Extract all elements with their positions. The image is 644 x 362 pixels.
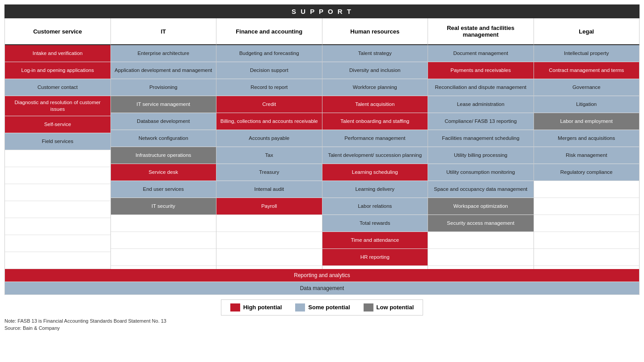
cell-3-5: Performance management (322, 130, 428, 147)
col-header-finance: Finance and accounting (216, 18, 322, 45)
cell-empty-0-12 (5, 252, 110, 269)
cell-empty-0-7 (5, 167, 110, 184)
cell-0-3: Diagnostic and resolution of customer is… (5, 96, 110, 116)
cell-empty-5-12 (534, 249, 640, 266)
col-header-hr: Human resources (322, 18, 428, 45)
cell-5-2: Governance (534, 79, 640, 96)
cell-4-1: Payments and receivables (428, 62, 534, 79)
cell-1-0: Enterprise architecture (111, 45, 216, 62)
cell-empty-5-9 (534, 198, 640, 215)
cell-4-4: Compliance/ FASB 13 reporting (428, 113, 534, 130)
cell-empty-0-8 (5, 184, 110, 201)
cell-3-7: Learning scheduling (322, 164, 428, 181)
cell-3-8: Learning delivery (322, 181, 428, 198)
cell-3-4: Talent onboarding and staffing (322, 113, 428, 130)
cell-empty-1-11 (111, 232, 216, 249)
legend-some: Some potential (295, 303, 350, 311)
cell-2-3: Credit (216, 96, 322, 113)
col-0: Intake and verificationLog-in and openin… (5, 45, 111, 269)
cell-4-5: Facilities management scheduling (428, 130, 534, 147)
cell-empty-1-10 (111, 215, 216, 232)
cell-0-2: Customer contact (5, 79, 110, 96)
grid-body: Intake and verificationLog-in and openin… (4, 45, 640, 269)
cell-4-3: Lease administration (428, 96, 534, 113)
cell-0-4: Self-service (5, 116, 110, 133)
cell-5-7: Regulatory compliance (534, 164, 640, 181)
legend-box-some (295, 303, 305, 311)
cell-3-2: Workforce planning (322, 79, 428, 96)
bottom-rows: Reporting and analyticsData management (4, 269, 640, 295)
cell-1-2: Provisioning (111, 79, 216, 96)
note-1: Note: FASB 13 is Financial Accounting St… (4, 318, 640, 324)
cell-2-8: Internal audit (216, 181, 322, 198)
col-header-realestate: Real estate and facilities management (428, 18, 534, 45)
cell-empty-1-12 (111, 249, 216, 266)
cell-empty-0-6 (5, 150, 110, 167)
cell-2-4: Billing, collections and accounts receiv… (216, 113, 322, 130)
cell-empty-5-8 (534, 181, 640, 198)
col-5: Intellectual propertyContract management… (534, 45, 640, 269)
cell-0-5: Field services (5, 133, 110, 150)
cell-1-1: Application development and management (111, 62, 216, 79)
cell-0-0: Intake and verification (5, 45, 110, 62)
cell-3-11: Time and attendance (322, 232, 428, 249)
col-header-customer: Customer service (5, 18, 111, 45)
legend-box-low (364, 303, 373, 311)
legend-label-low: Low potential (377, 304, 414, 311)
cell-empty-0-11 (5, 235, 110, 252)
cell-5-4: Labor and employment (534, 113, 640, 130)
cell-empty-0-10 (5, 218, 110, 235)
cell-2-5: Accounts payable (216, 130, 322, 147)
cell-empty-0-9 (5, 201, 110, 218)
cell-empty-2-10 (216, 215, 322, 232)
cell-empty-2-11 (216, 232, 322, 249)
cell-1-9: IT security (111, 198, 216, 215)
cell-3-6: Talent development/ succession planning (322, 147, 428, 164)
cell-3-9: Labor relations (322, 198, 428, 215)
cell-1-7: Service desk (111, 164, 216, 181)
col-2: Budgeting and forecastingDecision suppor… (216, 45, 322, 269)
cell-2-6: Tax (216, 147, 322, 164)
cell-0-1: Log-in and opening applications (5, 62, 110, 79)
cell-1-3: IT service management (111, 96, 216, 113)
cell-5-5: Mergers and acquisitions (534, 130, 640, 147)
main-container: S U P P O R T Customer service IT Financ… (4, 4, 640, 331)
col-3: Talent strategyDiversity and inclusionWo… (322, 45, 428, 269)
cell-empty-5-11 (534, 232, 640, 249)
legend-label-some: Some potential (308, 304, 350, 311)
cell-2-2: Record to report (216, 79, 322, 96)
cell-4-0: Document management (428, 45, 534, 62)
header-title: S U P P O R T (292, 8, 352, 15)
note-2: Source: Bain & Company (4, 325, 640, 331)
cell-empty-5-10 (534, 215, 640, 232)
legend-box-high (230, 303, 240, 311)
col-1: Enterprise architectureApplication devel… (111, 45, 217, 269)
cell-1-6: Infrastructure operations (111, 147, 216, 164)
cell-empty-4-12 (428, 249, 534, 266)
cell-2-1: Decision support (216, 62, 322, 79)
cell-1-5: Network configuration (111, 130, 216, 147)
cell-5-6: Risk management (534, 147, 640, 164)
cell-3-0: Talent strategy (322, 45, 428, 62)
col-header-legal: Legal (534, 18, 640, 45)
cell-2-7: Treasury (216, 164, 322, 181)
column-headers: Customer service IT Finance and accounti… (4, 18, 640, 45)
cell-5-1: Contract management and terms (534, 62, 640, 79)
cell-1-4: Database development (111, 113, 216, 130)
cell-1-8: End user services (111, 181, 216, 198)
cell-4-8: Space and occupancy data management (428, 181, 534, 198)
legend: High potential Some potential Low potent… (221, 299, 424, 316)
support-header: S U P P O R T (4, 4, 640, 18)
cell-3-12: HR reporting (322, 249, 428, 266)
cell-4-9: Workspace optimization (428, 198, 534, 215)
cell-3-10: Total rewards (322, 215, 428, 232)
cell-3-3: Talent acquisition (322, 96, 428, 113)
legend-high: High potential (230, 303, 282, 311)
col-header-it: IT (111, 18, 217, 45)
cell-5-3: Litigation (534, 96, 640, 113)
cell-2-0: Budgeting and forecasting (216, 45, 322, 62)
cell-4-6: Utility billing processing (428, 147, 534, 164)
cell-5-0: Intellectual property (534, 45, 640, 62)
bottom-row-1: Data management (5, 282, 639, 295)
cell-empty-2-12 (216, 249, 322, 266)
